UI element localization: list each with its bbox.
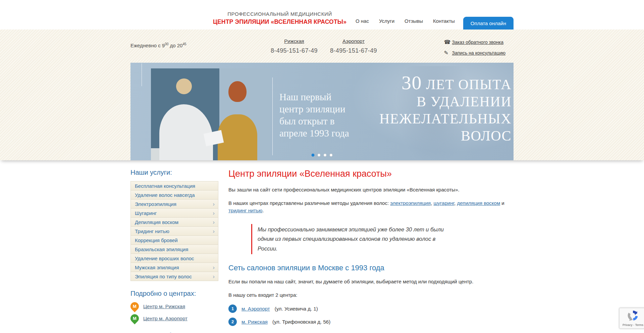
nav-contacts[interactable]: Контакты <box>428 18 460 30</box>
main-content: Центр эпиляции «Вселенная красоты» Вы за… <box>228 169 513 333</box>
location-link-aeroport[interactable]: Аэропорт <box>342 38 365 44</box>
center-address-aeroport: (ул. Усиевича д. 1) <box>275 306 318 312</box>
center-rizhskaya-row: М Центр м. Рижская <box>130 302 218 311</box>
center-address-rizhskaya: (ул. Трифоновская д. 56) <box>272 319 330 325</box>
hero-caption: Наш первый центр эпиляции был открыт в а… <box>279 91 349 139</box>
quick-links: ☎ Заказ обратного звонка ✎ Запись на кон… <box>444 39 505 60</box>
sidebar-item-hair-type[interactable]: Эпиляция по типу волос› <box>131 272 218 281</box>
sidebar-item-label: Бразильская эпиляция <box>135 246 188 252</box>
phone-rizhskaya: 8-495-151-67-49 <box>264 47 324 54</box>
pay-online-button[interactable]: Оплата онлайн <box>463 17 514 30</box>
sidebar-item-label: Депиляция воском <box>135 219 178 225</box>
sidebar-item-threading[interactable]: Тридинг нитью› <box>131 227 218 236</box>
location-link-rizhskaya[interactable]: Рижская <box>284 38 304 44</box>
chevron-right-icon: › <box>213 274 215 279</box>
center-link-rizhskaya[interactable]: м. Рижская <box>241 319 268 325</box>
main-nav: О нас Услуги Отзывы Контакты Оплата онла… <box>351 17 514 30</box>
sidebar-item-label: Удаление волос навсегда <box>135 192 195 198</box>
recaptcha-privacy-terms-link[interactable]: Privacy - Terms <box>623 323 643 327</box>
centers-block: Подробно о центрах: М Центр м. Рижская М… <box>130 290 218 323</box>
link-threading[interactable]: тридинг нитью <box>228 208 262 213</box>
carousel-dots <box>312 154 333 157</box>
sidebar-item-label: Эпиляция по типу волос <box>135 274 192 279</box>
separator: и <box>500 200 504 206</box>
hero-caption-line: Наш первый <box>279 91 349 103</box>
carousel-dot-4[interactable] <box>330 154 333 157</box>
working-hours-sup-open: 00 <box>165 42 168 46</box>
centers-title: Подробно о центрах: <box>130 290 218 297</box>
phone-aeroport: 8-495-151-67-49 <box>323 47 384 54</box>
nav-reviews[interactable]: Отзывы <box>399 18 428 30</box>
chevron-right-icon: › <box>213 228 215 234</box>
sidebar-item-free-consultation[interactable]: Бесплатная консультация <box>131 181 218 190</box>
chevron-right-icon: › <box>213 265 215 270</box>
sidebar-item-label: Коррекция бровей <box>135 237 178 243</box>
hero-caption-line: был открыт в <box>279 115 349 127</box>
center-list-item-aeroport: 1 м. Аэропорт (ул. Усиевича д. 1) <box>228 304 513 313</box>
network-heading: Сеть салонов эпиляции в Москве с 1993 го… <box>228 264 513 272</box>
consultation-link[interactable]: Запись на консультацию <box>452 50 505 56</box>
sidebar-item-permanent-removal[interactable]: Удаление волос навсегда <box>131 190 218 200</box>
hero-headline-line: В УДАЛЕНИИ <box>379 93 512 110</box>
callback-link[interactable]: Заказ обратного звонка <box>452 40 504 45</box>
carousel-dot-3[interactable] <box>324 154 327 157</box>
link-waxing[interactable]: депиляция воском <box>457 200 500 206</box>
network-paragraph: Если вы попали на наш сайт, значит, вы д… <box>228 278 507 286</box>
sidebar-item-sugaring[interactable]: Шугаринг› <box>131 209 218 218</box>
working-hours-mid: до 20 <box>168 43 182 48</box>
page-content: Наши услуги: Бесплатная консультация Уда… <box>130 160 514 333</box>
center-link-aeroport[interactable]: м. Аэропорт <box>241 306 270 312</box>
center-list-item-rizhskaya: 2 м. Рижская (ул. Трифоновская д. 56) <box>228 318 513 326</box>
sidebar-item-label: Бесплатная консультация <box>135 183 195 189</box>
chevron-right-icon: › <box>213 201 215 207</box>
sidebar-item-label: Тридинг нитью <box>135 228 169 234</box>
hero-headline-line: НЕЖЕЛАТЕЛЬНЫХ <box>379 110 512 127</box>
nav-services[interactable]: Услуги <box>374 18 399 30</box>
hero-carousel: Наш первый центр эпиляции был открыт в а… <box>130 63 514 160</box>
center-aeroport-link[interactable]: Центр м. Аэропорт <box>143 316 187 321</box>
carousel-dot-2[interactable] <box>318 154 321 157</box>
sidebar: Наши услуги: Бесплатная консультация Уда… <box>130 169 218 333</box>
hero-decor-line-caption <box>272 77 273 155</box>
recaptcha-badge[interactable]: Privacy - Terms <box>619 308 644 329</box>
link-sugaring[interactable]: шугаринг <box>433 200 454 206</box>
sidebar-item-ingrown-hair[interactable]: Удаление вросших волос <box>131 254 218 263</box>
brand-subtitle: ПРОФЕССИОНАЛЬНЫЙ МЕДИЦИНСКИЙ <box>213 11 346 17</box>
methods-paragraph: В наших центрах представлены различные м… <box>228 200 507 215</box>
location-rizhskaya: Рижская 8-495-151-67-49 <box>264 38 324 54</box>
carousel-dot-1[interactable] <box>312 154 315 157</box>
pencil-icon: ✎ <box>444 50 452 56</box>
sidebar-item-waxing[interactable]: Депиляция воском› <box>131 218 218 227</box>
hero-decor-line-left <box>142 63 142 86</box>
center-rizhskaya-link[interactable]: Центр м. Рижская <box>143 303 185 309</box>
link-electroepilation[interactable]: электроэпиляция <box>390 200 431 206</box>
intro-paragraph: Вы зашли на сайт сети профессиональных м… <box>228 186 507 194</box>
separator: . <box>262 208 264 213</box>
sidebar-item-electroepilation[interactable]: Электроэпиляция› <box>131 200 218 209</box>
sidebar-item-brazilian[interactable]: Бразильская эпиляция <box>131 245 218 254</box>
centers-count-paragraph: В нашу сеть входит 2 центра: <box>228 291 507 299</box>
sidebar-item-label: Мужская эпиляция <box>135 265 179 270</box>
working-hours-sup-close: 45 <box>182 42 186 46</box>
hero-caption-line: апреле 1993 года <box>279 127 349 139</box>
info-band: Ежедневно с 900 до 2045 Рижская 8-495-15… <box>0 30 644 160</box>
methods-text: В наших центрах представлены различные м… <box>228 200 390 206</box>
photo-client-head <box>228 81 247 102</box>
sidebar-item-brow-correction[interactable]: Коррекция бровей <box>131 236 218 245</box>
sidebar-item-male-epilation[interactable]: Мужская эпиляция› <box>131 263 218 272</box>
hero-headline: 30 ЛЕТ ОПЫТА В УДАЛЕНИИ НЕЖЕЛАТЕЛЬНЫХ ВО… <box>379 74 512 145</box>
metro-letter: М <box>133 316 137 321</box>
news-title: Новости и объявления: <box>130 332 218 333</box>
photo-client <box>218 114 257 160</box>
working-hours-text: Ежедневно с 9 <box>130 43 165 48</box>
nav-about[interactable]: О нас <box>351 18 374 30</box>
number-badge-1: 1 <box>228 304 237 313</box>
location-aeroport: Аэропорт 8-495-151-67-49 <box>323 38 384 54</box>
site-header: ПРОФЕССИОНАЛЬНЫЙ МЕДИЦИНСКИЙ ЦЕНТР ЭПИЛЯ… <box>0 0 644 30</box>
hero-caption-line: центр эпиляции <box>279 103 349 115</box>
services-menu: Бесплатная консультация Удаление волос н… <box>130 181 218 281</box>
photo-specialist-head <box>176 78 192 94</box>
sidebar-services-title: Наши услуги: <box>130 169 218 176</box>
chevron-right-icon: › <box>213 210 215 216</box>
hero-headline-line: ВОЛОС <box>379 127 512 145</box>
